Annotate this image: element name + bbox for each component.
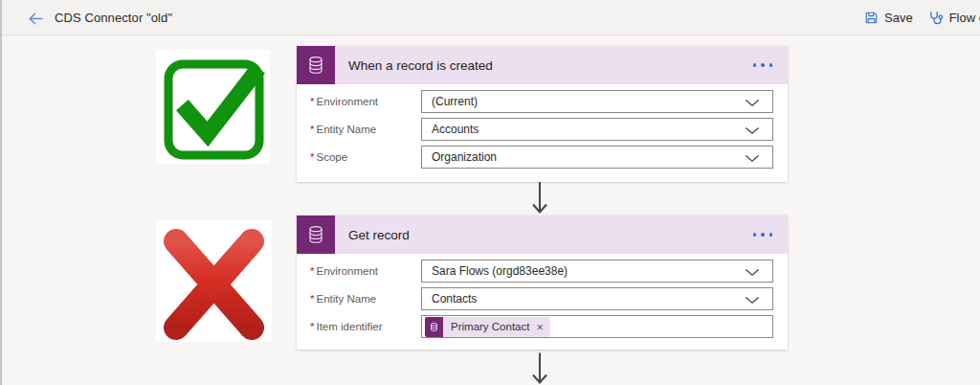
remove-token-icon[interactable]: ✕ xyxy=(534,322,550,332)
chevron-down-icon xyxy=(745,268,760,277)
field-label: *Item identifier xyxy=(301,321,421,332)
trigger-card: When a record is created *Environment (C… xyxy=(297,46,788,182)
field-row: *Scope Organization xyxy=(301,146,773,169)
required-asterisk: * xyxy=(310,151,314,163)
dropdown-value: Sara Flows (orgd83ee38e) xyxy=(432,264,568,278)
card-body: *Environment Sara Flows (orgd83ee38e) *E… xyxy=(297,254,788,338)
required-asterisk: * xyxy=(310,96,314,107)
required-asterisk: * xyxy=(310,321,314,332)
cds-connector-icon xyxy=(297,215,335,254)
field-label: *Environment xyxy=(301,265,421,277)
x-mark-icon xyxy=(156,220,272,342)
field-row: *Environment (Current) xyxy=(301,90,773,113)
chevron-down-icon xyxy=(745,296,760,305)
card-body: *Environment (Current) *Entity Name Acco… xyxy=(297,84,788,169)
environment-dropdown[interactable]: (Current) xyxy=(421,90,773,113)
scope-dropdown[interactable]: Organization xyxy=(421,146,773,169)
cds-connector-icon xyxy=(297,46,335,84)
chevron-down-icon xyxy=(745,99,760,107)
action-card-header[interactable]: Get record xyxy=(297,215,788,254)
chevron-down-icon xyxy=(745,126,760,135)
token-label: Primary Contact xyxy=(443,321,534,332)
dropdown-value: Organization xyxy=(432,150,497,164)
field-row: *Environment Sara Flows (orgd83ee38e) xyxy=(301,260,773,283)
flow-checker-label: Flow cl xyxy=(949,11,980,25)
card-title: Get record xyxy=(348,228,410,242)
field-row: *Item identifier Primary Contact ✕ xyxy=(301,315,773,338)
entity-name-dropdown[interactable]: Contacts xyxy=(421,287,773,310)
required-asterisk: * xyxy=(310,124,314,135)
dropdown-value: Contacts xyxy=(432,292,477,306)
back-button[interactable] xyxy=(26,9,45,28)
stethoscope-icon xyxy=(927,10,944,26)
checkmark-icon xyxy=(156,50,270,164)
field-label: *Scope xyxy=(301,151,421,163)
required-asterisk: * xyxy=(310,265,314,277)
save-button[interactable]: Save xyxy=(864,11,913,25)
item-identifier-input[interactable]: Primary Contact ✕ xyxy=(421,315,773,338)
required-asterisk: * xyxy=(310,293,314,305)
flow-checker-button[interactable]: Flow cl xyxy=(927,10,980,26)
field-row: *Entity Name Contacts xyxy=(301,287,773,310)
database-icon xyxy=(425,317,443,337)
dynamic-content-token[interactable]: Primary Contact ✕ xyxy=(425,317,550,337)
dropdown-value: (Current) xyxy=(432,95,478,108)
card-menu-button[interactable] xyxy=(751,57,775,73)
success-checkmark-image xyxy=(156,50,270,164)
trigger-card-header[interactable]: When a record is created xyxy=(297,46,788,84)
arrow-left-icon xyxy=(27,10,45,28)
field-label: *Entity Name xyxy=(301,124,421,135)
field-label: *Entity Name xyxy=(301,293,421,305)
flow-connector-arrow xyxy=(531,351,548,385)
database-icon xyxy=(305,224,326,245)
window-edge xyxy=(0,0,2,385)
chevron-down-icon xyxy=(745,154,760,163)
error-x-image xyxy=(156,220,272,342)
entity-name-dropdown[interactable]: Accounts xyxy=(421,118,773,141)
command-group: Save Flow cl xyxy=(864,0,980,35)
card-title: When a record is created xyxy=(348,58,493,73)
field-label: *Environment xyxy=(301,96,421,107)
database-icon xyxy=(305,55,326,76)
card-menu-button[interactable] xyxy=(751,227,775,242)
action-card: Get record *Environment Sara Flows (orgd… xyxy=(297,215,788,350)
save-label: Save xyxy=(884,11,913,25)
flow-title: CDS Connector "old" xyxy=(55,0,172,35)
environment-dropdown[interactable]: Sara Flows (orgd83ee38e) xyxy=(421,260,773,283)
field-row: *Entity Name Accounts xyxy=(301,118,773,141)
save-icon xyxy=(864,11,879,25)
command-bar: CDS Connector "old" Save Flow cl xyxy=(0,0,980,35)
dropdown-value: Accounts xyxy=(432,123,479,136)
flow-connector-arrow xyxy=(531,182,548,214)
